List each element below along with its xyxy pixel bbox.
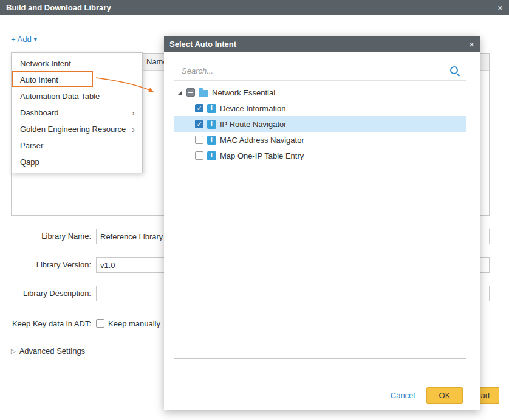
tree-label: Map One-IP Table Entry [220,151,304,160]
tree-row-mac-address-navigator[interactable]: I MAC Address Navigator [174,132,466,148]
menu-item-dashboard[interactable]: Dashboard › [12,105,142,121]
tree-row-map-one-ip-table-entry[interactable]: I Map One-IP Table Entry [174,148,466,164]
dialog-title: Select Auto Intent [169,40,236,49]
keep-manually-label: Keep manually [108,319,160,328]
menu-item-network-intent[interactable]: Network Intent [12,55,142,72]
dialog-close-icon[interactable]: × [469,40,474,49]
add-dropdown-menu: Network Intent Auto Intent Automation Da… [11,52,143,173]
checkbox-indeterminate[interactable] [186,88,195,97]
intent-icon: I [207,136,216,145]
search-bar [174,61,466,81]
search-icon[interactable] [449,66,460,76]
add-button[interactable]: + Add ▾ [11,35,37,44]
menu-item-qapp[interactable]: Qapp [12,154,142,170]
window-titlebar: Build and Download Library × [0,0,509,15]
dialog-titlebar: Select Auto Intent × [164,36,480,52]
checkbox-checked[interactable]: ✓ [195,120,203,128]
select-auto-intent-dialog: Select Auto Intent × Network Essential ✓… [164,36,480,410]
advanced-settings-toggle[interactable]: ▷ Advanced Settings [11,346,85,356]
chevron-right-icon: › [132,109,135,117]
tree-label: Network Essential [212,88,275,97]
advanced-settings-label: Advanced Settings [19,346,85,356]
menu-item-auto-intent[interactable]: Auto Intent [12,72,142,88]
add-button-label: + Add [11,35,32,44]
menu-item-parser[interactable]: Parser [12,137,142,154]
intent-icon: I [207,151,216,160]
ok-button[interactable]: OK [426,387,463,404]
build-download-library-window: Build and Download Library × + Add ▾ Nam… [0,0,509,420]
search-input[interactable] [180,66,445,76]
tree-label: Device Information [220,104,285,113]
chevron-right-icon: › [132,125,135,134]
tree-label: MAC Address Navigator [220,136,304,145]
menu-item-golden-engineering-resource[interactable]: Golden Engineering Resource › [12,121,142,137]
intent-icon: I [207,120,216,129]
intent-icon: I [207,104,216,113]
tree-row-device-information[interactable]: ✓ I Device Information [174,100,466,116]
expand-arrow-icon: ▷ [11,348,16,354]
keep-key-row: Keep Key data in ADT: Keep manually [0,317,160,330]
tree-row-network-essential[interactable]: Network Essential [174,84,466,100]
checkbox-unchecked[interactable] [195,136,203,144]
tree-label: IP Route Navigator [220,120,287,129]
intent-tree: Network Essential ✓ I Device Information… [174,81,466,164]
window-close-icon[interactable]: × [497,3,503,12]
cancel-button[interactable]: Cancel [386,387,419,404]
checkbox-unchecked[interactable] [195,151,203,160]
window-title: Build and Download Library [6,3,111,12]
library-name-label: Library Name: [0,229,91,244]
expander-icon[interactable] [178,91,182,95]
keep-key-label: Keep Key data in ADT: [0,319,91,328]
keep-manually-checkbox[interactable] [96,319,104,328]
library-description-label: Library Description: [0,286,91,301]
library-version-label: Library Version: [0,257,91,273]
intent-tree-panel: Network Essential ✓ I Device Information… [174,61,466,359]
tree-row-ip-route-navigator[interactable]: ✓ I IP Route Navigator [174,116,466,132]
checkbox-checked[interactable]: ✓ [195,104,203,112]
menu-item-automation-data-table[interactable]: Automation Data Table [12,88,142,105]
chevron-down-icon: ▾ [34,36,37,43]
folder-icon [199,90,208,97]
